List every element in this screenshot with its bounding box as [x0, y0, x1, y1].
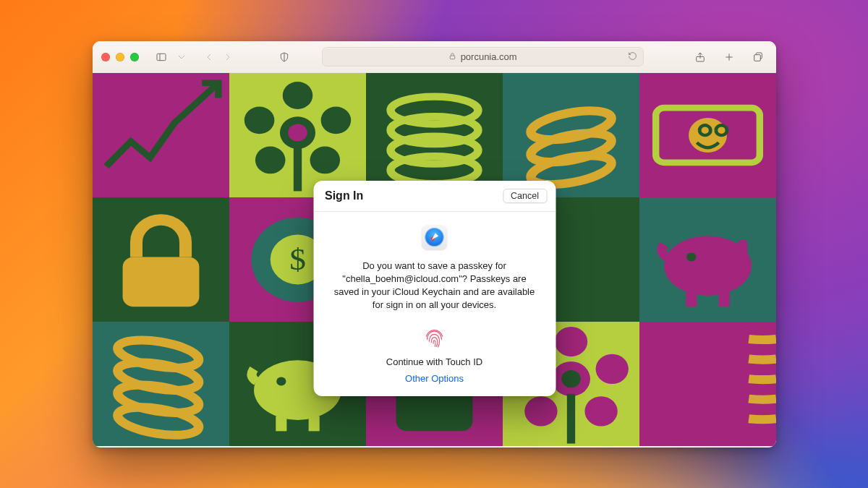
zoom-window-button[interactable]: [130, 53, 139, 61]
dialog-title: Sign In: [325, 189, 363, 202]
touch-id-icon[interactable]: [422, 326, 447, 351]
dialog-header: Sign In Cancel: [313, 181, 556, 212]
touch-id-label: Continue with Touch ID: [325, 356, 544, 367]
svg-text:$: $: [289, 243, 306, 276]
svg-point-64: [561, 370, 580, 388]
svg-rect-31: [123, 257, 200, 307]
svg-point-58: [555, 327, 587, 356]
lock-icon: [448, 51, 456, 62]
close-window-button[interactable]: [101, 53, 110, 61]
svg-rect-42: [719, 292, 730, 307]
svg-point-61: [524, 396, 557, 426]
svg-rect-3: [450, 56, 454, 59]
svg-rect-41: [686, 292, 697, 307]
svg-point-13: [255, 146, 286, 174]
svg-point-51: [276, 377, 286, 386]
svg-rect-43: [738, 239, 747, 257]
safari-window: porcunia.com $: [93, 41, 776, 448]
svg-point-16: [288, 124, 307, 142]
share-button[interactable]: [691, 48, 710, 67]
passkey-dialog: Sign In Cancel Do you want to save a pas…: [313, 181, 556, 396]
webpage-viewport: $ Sign In Cancel Do you want to save a p…: [93, 73, 776, 448]
browser-toolbar: porcunia.com: [93, 41, 776, 73]
address-bar-domain: porcunia.com: [461, 51, 517, 62]
cancel-button[interactable]: Cancel: [503, 189, 547, 203]
other-options-link[interactable]: Other Options: [405, 373, 464, 384]
svg-rect-53: [309, 416, 320, 432]
compass-icon: [425, 228, 444, 247]
svg-point-60: [596, 354, 629, 384]
svg-rect-65: [567, 394, 575, 444]
svg-rect-7: [754, 54, 761, 61]
safari-app-icon: [422, 225, 447, 249]
svg-point-62: [584, 396, 617, 426]
svg-point-10: [283, 82, 313, 109]
back-button[interactable]: [200, 48, 218, 67]
address-bar[interactable]: porcunia.com: [322, 47, 644, 67]
tab-group-menu-button[interactable]: [172, 48, 191, 67]
window-controls: [101, 53, 139, 61]
svg-rect-0: [157, 53, 166, 60]
svg-point-40: [686, 253, 696, 262]
svg-rect-17: [294, 147, 302, 191]
svg-point-14: [310, 146, 341, 174]
privacy-shield-button[interactable]: [275, 48, 294, 67]
sidebar-toggle-button[interactable]: [152, 48, 171, 67]
new-tab-button[interactable]: [720, 48, 739, 67]
forward-button[interactable]: [218, 48, 237, 67]
reload-button[interactable]: [628, 51, 637, 63]
minimize-window-button[interactable]: [116, 53, 124, 61]
svg-rect-52: [276, 416, 286, 432]
tab-overview-button[interactable]: [749, 48, 767, 67]
svg-point-11: [244, 106, 275, 134]
svg-point-12: [321, 106, 352, 134]
dialog-message: Do you want to save a passkey for "chell…: [325, 260, 544, 312]
